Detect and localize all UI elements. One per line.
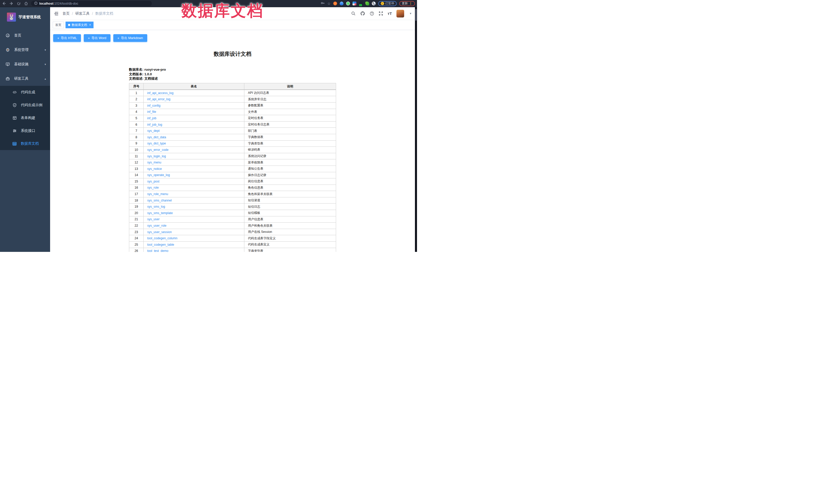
export-word-button[interactable]: + 导出 Word	[84, 34, 110, 42]
browser-menu-kebab-icon[interactable]: ⋮	[409, 2, 412, 5]
col-header-name: 表名	[144, 83, 244, 90]
bookmark-star-icon[interactable]: ☆	[327, 2, 331, 6]
breadcrumb-devtools[interactable]: 研发工具	[75, 11, 90, 16]
devtools-submenu: 代码生成 代码生成示例 表单构建 系统接口 数据库文档	[0, 86, 50, 150]
chrome-update-button[interactable]: 更新 ⋮	[399, 1, 415, 6]
row-table-name-cell: tool_test_demo	[144, 248, 244, 252]
row-number: 1	[129, 90, 144, 96]
sidebar-subitem-codegen-demo[interactable]: 代码生成示例	[0, 99, 50, 112]
table-name-link[interactable]: sys_sms_channel	[147, 199, 172, 202]
toolbox-icon	[5, 76, 10, 81]
table-name-link[interactable]: sys_dept	[147, 129, 159, 133]
table-name-link[interactable]: tool_test_demo	[147, 249, 168, 252]
extensions-puzzle-icon[interactable]: ▚	[372, 2, 376, 5]
url-path: :1024/tool/db-doc	[53, 2, 79, 5]
forward-icon[interactable]	[9, 2, 13, 5]
github-icon[interactable]	[360, 11, 365, 16]
row-description: 角色信息表	[244, 184, 336, 191]
extension-icon-green-leaf[interactable]	[365, 2, 369, 5]
home-icon[interactable]	[24, 2, 28, 5]
table-name-link[interactable]: sys_notice	[147, 167, 162, 171]
table-name-link[interactable]: sys_user_role	[147, 224, 167, 227]
url-host: localhost	[39, 2, 53, 5]
search-icon[interactable]	[351, 11, 356, 16]
row-table-name-cell: sys_operate_log	[144, 172, 244, 178]
table-name-link[interactable]: inf_api_access_log	[147, 91, 173, 95]
table-name-link[interactable]: sys_menu	[147, 161, 161, 164]
row-description: 文件表	[244, 109, 336, 115]
table-name-link[interactable]: sys_operate_log	[147, 173, 170, 177]
table-name-link[interactable]: sys_dict_type	[147, 141, 166, 145]
row-table-name-cell: sys_post	[144, 178, 244, 185]
table-name-link[interactable]: inf_api_error_log	[147, 97, 170, 101]
sidebar-subitem-api[interactable]: 系统接口	[0, 125, 50, 137]
sidebar-subitem-form-builder[interactable]: 表单构建	[0, 112, 50, 125]
extension-icon-orange[interactable]	[333, 2, 337, 5]
app-logo-image: 🐰	[7, 13, 16, 22]
export-markdown-button[interactable]: + 导出 Markdown	[113, 34, 147, 42]
code-icon	[12, 90, 17, 94]
browser-nav-buttons	[2, 2, 28, 5]
table-name-link[interactable]: sys_login_log	[147, 154, 166, 158]
extension-icon-on-badge[interactable]: on	[359, 2, 363, 5]
reload-icon[interactable]	[17, 2, 21, 5]
table-name-link[interactable]: inf_file	[147, 110, 156, 114]
doc-title: 数据库设计文档	[129, 50, 336, 58]
table-name-link[interactable]: tool_codegen_column	[147, 237, 177, 240]
sidebar-item-devtools[interactable]: 研发工具 ▴	[0, 71, 50, 86]
table-name-link[interactable]: sys_sms_template	[147, 211, 173, 215]
tab-home[interactable]: 首页	[53, 22, 64, 28]
font-size-icon[interactable]: ᴛT	[388, 11, 392, 16]
row-description: 系统异常日志	[244, 96, 336, 103]
breadcrumb-home[interactable]: 首页	[62, 11, 70, 16]
sidebar-item-label: 系统管理	[14, 47, 28, 52]
tab-label: 数据库文档	[72, 23, 87, 27]
extension-icon-blue-drop[interactable]	[340, 2, 344, 5]
scrollbar-thumb[interactable]	[415, 9, 417, 21]
table-name-link[interactable]: sys_user_session	[147, 230, 172, 234]
table-name-link[interactable]: sys_sms_log	[147, 205, 165, 209]
table-name-link[interactable]: sys_dict_data	[147, 135, 166, 139]
sidebar-item-system[interactable]: 系统管理 ▾	[0, 43, 50, 57]
row-table-name-cell: sys_error_code	[144, 147, 244, 153]
address-bar[interactable]: localhost:1024/tool/db-doc	[31, 1, 152, 6]
table-name-link[interactable]: sys_post	[147, 180, 159, 183]
user-avatar[interactable]	[396, 10, 404, 18]
row-number: 25	[129, 242, 144, 248]
avatar-caret-down-icon[interactable]: ▼	[409, 12, 412, 15]
app-logo-row[interactable]: 🐰 芋道管理系统	[0, 7, 50, 23]
row-number: 10	[129, 147, 144, 153]
table-name-link[interactable]: inf_job	[147, 116, 156, 120]
extension-icon-grid[interactable]	[352, 2, 356, 5]
row-table-name-cell: sys_role	[144, 184, 244, 191]
sidebar-subitem-codegen[interactable]: 代码生成	[0, 86, 50, 99]
table-name-link[interactable]: sys_role	[147, 186, 159, 190]
sidebar-item-infrastructure[interactable]: 基础设施 ▾	[0, 57, 50, 71]
row-description: 字典数据表	[244, 134, 336, 140]
sidebar-subitem-db-doc[interactable]: 数据库文档	[0, 137, 50, 150]
help-icon[interactable]	[370, 11, 374, 16]
table-name-link[interactable]: sys_role_menu	[147, 192, 168, 196]
table-name-link[interactable]: inf_job_log	[147, 123, 162, 127]
export-html-button[interactable]: + 导出 HTML	[53, 34, 81, 42]
table-name-link[interactable]: sys_user	[147, 217, 159, 221]
tables-overview-table: 序号 表名 说明 1 inf_api_access_log API 访问日志表	[129, 83, 336, 252]
sidebar-fold-icon[interactable]	[54, 11, 59, 16]
tab-label: 首页	[55, 23, 61, 27]
tab-db-doc[interactable]: 数据库文档 ×	[66, 22, 93, 28]
table-name-link[interactable]: inf_config	[147, 104, 160, 107]
page-scrollbar[interactable]	[415, 7, 417, 252]
row-number: 4	[129, 109, 144, 115]
extension-icon-green-check[interactable]: ✓	[346, 2, 350, 5]
site-info-icon[interactable]	[34, 2, 38, 6]
sidebar-item-home[interactable]: 首页	[0, 28, 50, 43]
table-name-link[interactable]: sys_error_code	[147, 148, 169, 152]
table-name-link[interactable]: tool_codegen_table	[147, 243, 174, 246]
row-number: 15	[129, 178, 144, 185]
password-key-icon[interactable]	[321, 1, 325, 6]
profile-paused-chip[interactable]: ☺ 已暂停	[378, 1, 397, 6]
fullscreen-icon[interactable]	[379, 11, 383, 16]
chevron-up-icon: ▴	[44, 77, 46, 81]
tab-close-icon[interactable]: ×	[89, 23, 91, 27]
back-icon[interactable]	[2, 2, 6, 5]
